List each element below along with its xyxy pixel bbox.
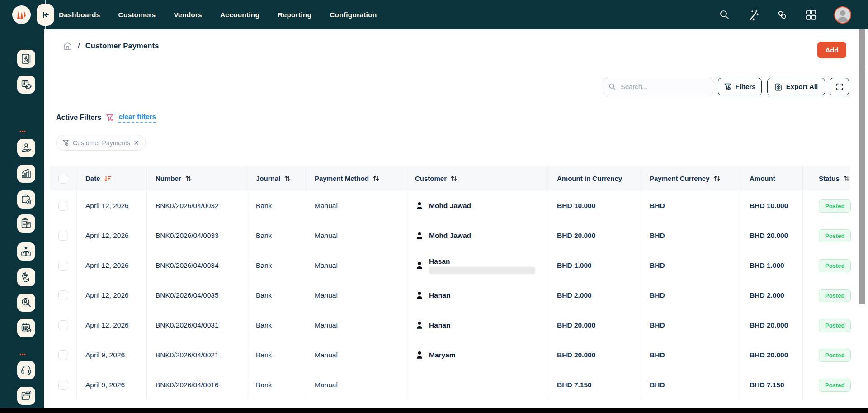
table-row[interactable]: April 12, 2026 BNK0/2026/04/0035 Bank Ma…	[50, 280, 850, 310]
column-header-amount: Amount	[741, 166, 802, 191]
sort-icon	[713, 175, 721, 182]
table-header-row: Date Number Journal Payment Method	[50, 166, 850, 191]
nav-item-accounting[interactable]: Accounting	[220, 11, 259, 19]
nav-item-configuration[interactable]: Configuration	[330, 11, 377, 19]
top-navigation-bar: Dashboards Customers Vendors Accounting …	[0, 0, 868, 29]
magic-wand-icon[interactable]	[747, 9, 759, 21]
sidebar-overflow-dots-2[interactable]: •••	[19, 351, 26, 357]
sort-icon	[450, 175, 458, 182]
column-header-status[interactable]: Status	[802, 166, 850, 191]
status-badge: Posted	[819, 349, 851, 362]
filter-chip-customer-payments[interactable]: Customer Payments ✕	[56, 135, 146, 151]
sidebar-item-purchases[interactable]	[17, 190, 35, 209]
column-header-payment-currency[interactable]: Payment Currency	[641, 166, 741, 191]
export-all-button[interactable]: Export All	[767, 78, 825, 95]
row-checkbox[interactable]	[58, 380, 68, 390]
cell-amount-in-currency: BHD 2.000	[548, 280, 641, 310]
search-icon[interactable]	[719, 9, 730, 20]
row-checkbox[interactable]	[58, 261, 68, 271]
sidebar-item-ledger-book[interactable]	[17, 50, 35, 68]
column-header-payment-method[interactable]: Payment Method	[306, 166, 406, 191]
sidebar-item-documents[interactable]	[17, 387, 35, 405]
column-label: Journal	[256, 175, 280, 182]
clear-filters-link[interactable]: clear filters	[118, 113, 156, 123]
add-button[interactable]: Add	[817, 42, 846, 58]
table-row[interactable]: April 12, 2026 BNK0/2026/04/0034 Bank Ma…	[50, 251, 850, 280]
apps-grid-icon[interactable]	[805, 9, 817, 21]
customer-name: Hanan	[429, 291, 450, 299]
column-header-journal[interactable]: Journal	[247, 166, 306, 191]
customer-name: Mohd Jawad	[429, 202, 471, 210]
cell-amount-in-currency: BHD 7.150	[548, 370, 641, 400]
sort-icon	[373, 175, 380, 182]
column-header-customer[interactable]: Customer	[406, 166, 548, 191]
vertical-scrollbar[interactable]	[859, 29, 865, 304]
search-box	[603, 78, 713, 95]
sidebar-item-support[interactable]	[17, 361, 35, 379]
row-checkbox[interactable]	[58, 350, 68, 360]
row-checkbox[interactable]	[58, 231, 68, 241]
sidebar-item-calculator-finance[interactable]	[17, 76, 35, 94]
customer-name: Maryam	[429, 351, 456, 359]
sidebar-overflow-dots-1[interactable]: •••	[19, 128, 26, 134]
purchases-bag-icon	[20, 194, 32, 205]
status-badge: Posted	[819, 379, 851, 392]
sidebar-item-payroll[interactable]	[17, 139, 35, 157]
search-input[interactable]	[621, 83, 708, 90]
sidebar-item-sales-growth[interactable]	[17, 165, 35, 183]
sidebar-collapse-button[interactable]	[37, 4, 54, 26]
person-icon	[415, 261, 424, 270]
person-icon	[415, 231, 424, 240]
row-checkbox[interactable]	[58, 290, 68, 300]
table-row[interactable]: April 9, 2026 BNK0/2026/04/0016 Bank Man…	[50, 370, 850, 400]
cell-journal: Bank	[247, 370, 306, 400]
sidebar-item-billing[interactable]	[17, 214, 35, 233]
cell-number: BNK0/2026/04/0035	[146, 280, 247, 310]
sidebar-item-pos[interactable]	[17, 268, 35, 286]
active-filters-row: Active Filters clear filters	[56, 113, 156, 123]
person-icon	[415, 291, 424, 300]
table-row[interactable]: April 12, 2026 BNK0/2026/04/0033 Bank Ma…	[50, 221, 850, 251]
nav-item-customers[interactable]: Customers	[118, 11, 156, 19]
cell-customer: Hanan	[406, 280, 548, 310]
home-icon[interactable]	[63, 41, 72, 51]
sort-icon	[843, 175, 850, 182]
nav-item-vendors[interactable]: Vendors	[174, 11, 202, 19]
row-checkbox[interactable]	[58, 201, 68, 211]
app-logo[interactable]	[12, 5, 31, 24]
filters-button[interactable]: Filters	[718, 78, 762, 95]
sidebar-item-attendance[interactable]	[17, 319, 35, 337]
chip-remove-icon[interactable]: ✕	[134, 139, 139, 147]
cell-number: BNK0/2026/04/0033	[146, 221, 247, 251]
link-icon[interactable]	[776, 9, 788, 21]
nav-item-reporting[interactable]: Reporting	[278, 11, 311, 19]
fullscreen-icon	[835, 83, 844, 91]
column-label: Amount	[750, 175, 775, 182]
sort-desc-active-icon	[104, 175, 112, 182]
cell-journal: Bank	[247, 310, 306, 340]
table-row[interactable]: April 12, 2026 BNK0/2026/04/0031 Bank Ma…	[50, 310, 850, 340]
sidebar-item-inventory[interactable]	[17, 242, 35, 261]
column-header-number[interactable]: Number	[146, 166, 247, 191]
cell-payment-currency: BHD	[641, 310, 741, 340]
column-label: Customer	[415, 175, 447, 182]
person-icon	[415, 321, 424, 330]
sidebar-item-recruitment[interactable]	[17, 294, 35, 312]
table-row[interactable]: April 9, 2026 BNK0/2026/04/0021 Bank Man…	[50, 340, 850, 370]
status-badge: Posted	[819, 199, 851, 213]
user-avatar[interactable]	[834, 6, 851, 24]
filter-funnel-icon	[724, 83, 731, 90]
cell-journal: Bank	[247, 340, 306, 370]
nav-item-dashboards[interactable]: Dashboards	[59, 11, 100, 19]
export-all-label: Export All	[786, 83, 818, 90]
table-row[interactable]: April 12, 2026 BNK0/2026/04/0032 Bank Ma…	[50, 191, 850, 221]
cell-amount: BHD 20.000	[741, 310, 802, 340]
fullscreen-button[interactable]	[830, 78, 849, 95]
column-label: Date	[85, 175, 100, 182]
row-checkbox[interactable]	[58, 320, 68, 330]
cell-amount: BHD 20.000	[741, 221, 802, 251]
cell-date: April 12, 2026	[76, 221, 146, 251]
select-all-checkbox[interactable]	[58, 174, 68, 184]
column-header-date[interactable]: Date	[76, 166, 146, 191]
cell-payment-method: Manual	[306, 280, 406, 310]
